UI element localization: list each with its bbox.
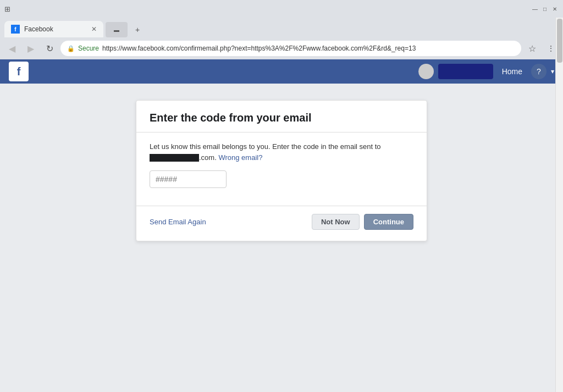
modal-footer: Send Email Again Not Now Continue	[136, 214, 427, 241]
footer-buttons: Not Now Continue	[312, 214, 413, 230]
modal-body: Let us know this email belongs to you. E…	[136, 132, 427, 206]
help-button[interactable]: ?	[531, 64, 547, 79]
modal-header: Enter the code from your email	[136, 101, 427, 132]
modal-description: Let us know this email belongs to you. E…	[150, 141, 413, 163]
url-text: https://www.facebook.com/confirmemail.ph…	[102, 45, 416, 52]
extra-tab-icon: ▬	[114, 27, 119, 33]
description-text: Let us know this email belongs to you. E…	[150, 142, 381, 151]
tab-bar: f Facebook ✕ ▬ +	[0, 18, 563, 37]
title-bar-left: ⊞	[4, 5, 10, 13]
minimize-button[interactable]: —	[531, 5, 539, 13]
extra-tab[interactable]: ▬	[106, 22, 128, 37]
browser-icon: ⊞	[4, 5, 10, 13]
facebook-logo: f	[9, 62, 29, 81]
address-input[interactable]: 🔒 Secure https://www.facebook.com/confir…	[60, 41, 521, 56]
new-tab-button[interactable]: +	[130, 22, 145, 37]
home-nav-link[interactable]: Home	[498, 65, 527, 78]
maximize-button[interactable]: □	[541, 5, 549, 13]
email-code-input[interactable]	[150, 170, 227, 188]
account-dropdown-button[interactable]: ▾	[551, 68, 554, 75]
forward-button[interactable]: ▶	[23, 41, 38, 56]
back-button[interactable]: ◀	[4, 41, 20, 56]
facebook-header: f Home ? ▾	[0, 59, 563, 84]
title-bar: ⊞ — □ ✕	[0, 0, 563, 18]
bookmark-button[interactable]: ☆	[525, 41, 540, 56]
modal-divider	[136, 206, 427, 206]
secure-label: Secure	[78, 45, 99, 52]
header-right: Home ? ▾	[418, 64, 554, 79]
tab-favicon: f	[11, 25, 20, 34]
page-content: Enter the code from your email Let us kn…	[0, 84, 563, 392]
email-redacted	[150, 154, 199, 162]
email-confirmation-modal: Enter the code from your email Let us kn…	[136, 100, 427, 241]
user-name-bar	[438, 64, 493, 79]
scrollbar-thumb[interactable]	[557, 19, 562, 63]
refresh-button[interactable]: ↻	[42, 41, 57, 56]
active-tab[interactable]: f Facebook ✕	[4, 21, 103, 37]
close-button[interactable]: ✕	[551, 5, 559, 13]
user-avatar	[418, 64, 434, 79]
scrollbar[interactable]	[555, 18, 563, 392]
continue-button[interactable]: Continue	[364, 214, 413, 230]
tab-title: Facebook	[24, 25, 87, 33]
secure-icon: 🔒	[67, 45, 75, 52]
not-now-button[interactable]: Not Now	[312, 214, 360, 230]
send-email-again-link[interactable]: Send Email Again	[150, 218, 206, 226]
window-controls: — □ ✕	[531, 5, 559, 13]
email-suffix: .com.	[199, 153, 217, 162]
wrong-email-link[interactable]: Wrong email?	[218, 153, 262, 162]
address-bar: ◀ ▶ ↻ 🔒 Secure https://www.facebook.com/…	[0, 37, 563, 59]
modal-title: Enter the code from your email	[150, 112, 413, 124]
tab-close-button[interactable]: ✕	[91, 25, 97, 33]
